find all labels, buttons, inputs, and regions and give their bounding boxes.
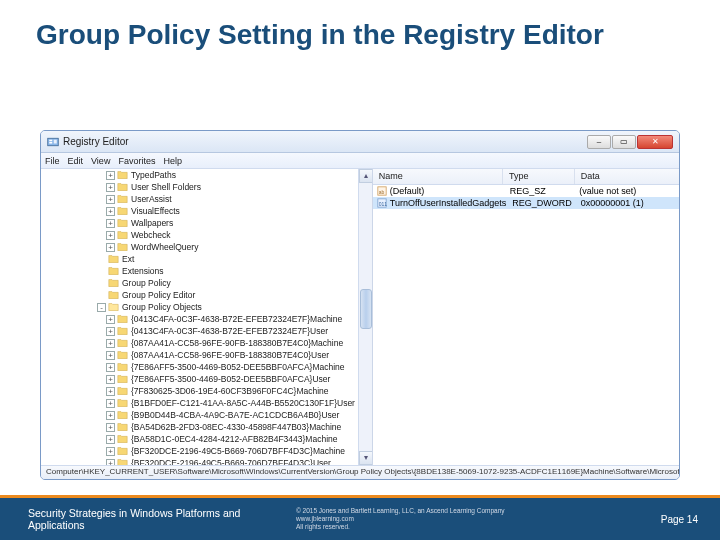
tree-label: Wallpapers: [131, 218, 173, 228]
tree-label: Group Policy Objects: [122, 302, 202, 312]
expander-icon[interactable]: +: [106, 351, 115, 360]
titlebar[interactable]: Registry Editor – ▭ ✕: [41, 131, 679, 153]
folder-icon: [117, 206, 128, 216]
tree-label: Group Policy: [122, 278, 171, 288]
values-header[interactable]: Name Type Data: [373, 169, 679, 185]
menu-edit[interactable]: Edit: [68, 156, 84, 166]
folder-icon: [117, 422, 128, 432]
value-row[interactable]: ab(Default)REG_SZ(value not set): [373, 185, 679, 197]
folder-icon: [117, 230, 128, 240]
expander-icon[interactable]: +: [106, 411, 115, 420]
tree-label: Group Policy Editor: [122, 290, 195, 300]
tree-label: UserAssist: [131, 194, 172, 204]
tree-label: {BF320DCE-2196-49C5-B669-706D7BFF4D3C}Ma…: [131, 446, 345, 456]
close-button[interactable]: ✕: [637, 135, 673, 149]
scroll-thumb[interactable]: [360, 289, 372, 329]
tree-node[interactable]: +{0413C4FA-0C3F-4638-B72E-EFEB72324E7F}U…: [43, 325, 362, 337]
expander-icon[interactable]: +: [106, 243, 115, 252]
tree-node[interactable]: +{7F830625-3D06-19E4-60CF3B96F0FC4C}Mach…: [43, 385, 362, 397]
expander-icon[interactable]: +: [106, 207, 115, 216]
expander-icon[interactable]: +: [106, 231, 115, 240]
menu-favorites[interactable]: Favorites: [118, 156, 155, 166]
values-pane[interactable]: Name Type Data ab(Default)REG_SZ(value n…: [373, 169, 679, 465]
menu-help[interactable]: Help: [163, 156, 182, 166]
tree-node[interactable]: +{0413C4FA-0C3F-4638-B72E-EFEB72324E7F}M…: [43, 313, 362, 325]
expander-icon[interactable]: +: [106, 183, 115, 192]
folder-icon: [117, 338, 128, 348]
expander-icon[interactable]: +: [106, 363, 115, 372]
folder-icon: [117, 446, 128, 456]
tree-node[interactable]: +WordWheelQuery: [43, 241, 362, 253]
folder-icon: [117, 386, 128, 396]
folder-icon: [117, 170, 128, 180]
tree-node[interactable]: +{087AA41A-CC58-96FE-90FB-188380B7E4C0}U…: [43, 349, 362, 361]
tree-node[interactable]: +{BA58D1C-0EC4-4284-4212-AFB82B4F3443}Ma…: [43, 433, 362, 445]
tree-label: {BA54D62B-2FD3-08EC-4330-45898F447B03}Ma…: [131, 422, 341, 432]
value-type: REG_SZ: [504, 186, 574, 196]
tree-label: {0413C4FA-0C3F-4638-B72E-EFEB72324E7F}Us…: [131, 326, 328, 336]
slide: Group Policy Setting in the Registry Edi…: [0, 0, 720, 540]
scroll-down-button[interactable]: ▾: [359, 451, 373, 465]
maximize-button[interactable]: ▭: [612, 135, 636, 149]
menu-file[interactable]: File: [45, 156, 60, 166]
expander-icon[interactable]: +: [106, 195, 115, 204]
tree-node[interactable]: +Wallpapers: [43, 217, 362, 229]
tree-label: {B9B0D44B-4CBA-4A9C-BA7E-AC1CDCB6A4B0}Us…: [131, 410, 339, 420]
tree-node[interactable]: +UserAssist: [43, 193, 362, 205]
col-name[interactable]: Name: [373, 169, 503, 184]
scroll-up-button[interactable]: ▴: [359, 169, 373, 183]
value-row[interactable]: 011TurnOffUserInstalledGadgetsREG_DWORD0…: [373, 197, 679, 209]
tree-node[interactable]: +{BF320DCE-2196-49C5-B669-706D7BFF4D3C}U…: [43, 457, 362, 465]
tree-node[interactable]: -Group Policy Objects: [43, 301, 362, 313]
tree-node[interactable]: +{7E86AFF5-3500-4469-B052-DEE5BBF0AFCA}U…: [43, 373, 362, 385]
tree-node[interactable]: Group Policy: [43, 277, 362, 289]
tree-node[interactable]: Ext: [43, 253, 362, 265]
footer-copyright: © 2015 Jones and Bartlett Learning, LLC,…: [296, 507, 591, 515]
expander-icon[interactable]: +: [106, 219, 115, 228]
menu-view[interactable]: View: [91, 156, 110, 166]
minimize-button[interactable]: –: [587, 135, 611, 149]
value-type: REG_DWORD: [506, 198, 574, 208]
svg-rect-1: [49, 139, 52, 141]
expander-icon[interactable]: +: [106, 327, 115, 336]
tree-label: Ext: [122, 254, 134, 264]
tree-node[interactable]: +VisualEffects: [43, 205, 362, 217]
expander-icon[interactable]: +: [106, 315, 115, 324]
value-icon: 011: [377, 198, 387, 208]
expander-icon[interactable]: +: [106, 435, 115, 444]
folder-icon: [117, 242, 128, 252]
col-data[interactable]: Data: [575, 169, 679, 184]
expander-icon[interactable]: +: [106, 339, 115, 348]
expander-icon[interactable]: +: [106, 399, 115, 408]
col-type[interactable]: Type: [503, 169, 575, 184]
tree-node[interactable]: +{B1BFD0EF-C121-41AA-8A5C-A44B-B5520C130…: [43, 397, 362, 409]
tree-pane[interactable]: +TypedPaths+User Shell Folders+UserAssis…: [41, 169, 373, 465]
expander-icon[interactable]: +: [106, 447, 115, 456]
expander-icon[interactable]: +: [106, 375, 115, 384]
tree-node[interactable]: +{BA54D62B-2FD3-08EC-4330-45898F447B03}M…: [43, 421, 362, 433]
window-title: Registry Editor: [63, 136, 587, 147]
tree-node[interactable]: +{BF320DCE-2196-49C5-B669-706D7BFF4D3C}M…: [43, 445, 362, 457]
folder-icon: [108, 302, 119, 312]
expander-icon[interactable]: +: [106, 171, 115, 180]
value-data: 0x00000001 (1): [575, 198, 679, 208]
svg-text:ab: ab: [378, 189, 384, 195]
expander-icon[interactable]: +: [106, 387, 115, 396]
tree-node[interactable]: +{7E86AFF5-3500-4469-B052-DEE5BBF0AFCA}M…: [43, 361, 362, 373]
slide-footer: Security Strategies in Windows Platforms…: [0, 498, 720, 540]
registry-editor-window: Registry Editor – ▭ ✕ File Edit View Fav…: [40, 130, 680, 480]
tree-node[interactable]: Group Policy Editor: [43, 289, 362, 301]
tree-node[interactable]: Extensions: [43, 265, 362, 277]
tree-node[interactable]: +User Shell Folders: [43, 181, 362, 193]
tree-scrollbar[interactable]: ▴ ▾: [358, 169, 372, 465]
folder-icon: [117, 458, 128, 465]
slide-title: Group Policy Setting in the Registry Edi…: [0, 0, 720, 60]
window-buttons: – ▭ ✕: [587, 135, 673, 149]
tree-node[interactable]: +{087AA41A-CC58-96FE-90FB-188380B7E4C0}M…: [43, 337, 362, 349]
tree-node[interactable]: +Webcheck: [43, 229, 362, 241]
folder-icon: [117, 398, 128, 408]
tree-node[interactable]: +{B9B0D44B-4CBA-4A9C-BA7E-AC1CDCB6A4B0}U…: [43, 409, 362, 421]
expander-icon[interactable]: +: [106, 423, 115, 432]
expander-icon[interactable]: -: [97, 303, 106, 312]
tree-node[interactable]: +TypedPaths: [43, 169, 362, 181]
